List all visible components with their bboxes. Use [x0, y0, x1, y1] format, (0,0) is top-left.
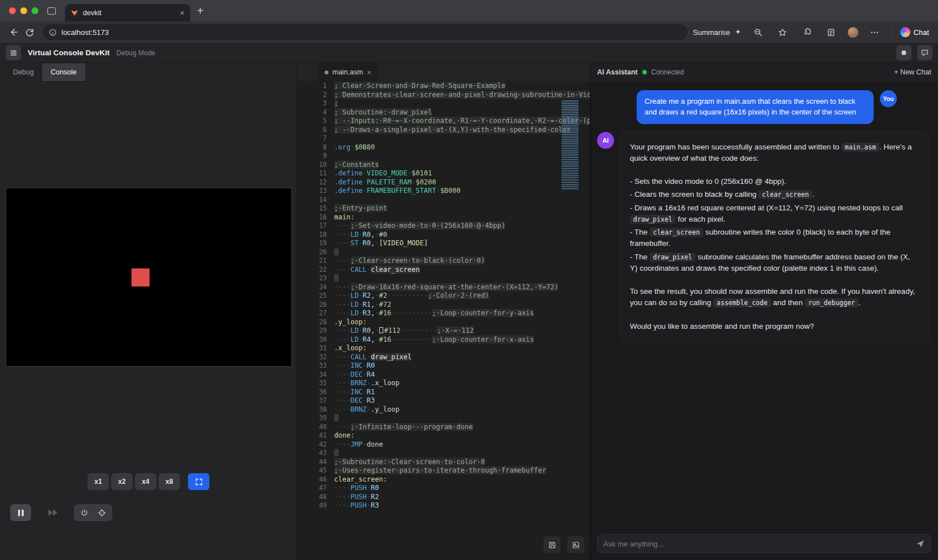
- code-line[interactable]: 41done:: [297, 431, 590, 440]
- code-line[interactable]: 40····;·Infinite·loop·-·program·done: [297, 423, 590, 432]
- code-line[interactable]: 4; Subroutine:·draw_pixel: [297, 108, 590, 117]
- code-line[interactable]: 8.org·$0B80: [297, 143, 590, 152]
- send-icon[interactable]: [915, 539, 925, 549]
- code-line[interactable]: 36····INC·R1: [297, 388, 590, 397]
- code-line[interactable]: 32····CALL·draw_pixel: [297, 353, 590, 362]
- minimize-window-button[interactable]: [20, 7, 27, 14]
- code-line[interactable]: 25····LD·R2,·#2··········;·Color·2·(red): [297, 292, 590, 301]
- pause-button[interactable]: [10, 504, 31, 521]
- save-file-button[interactable]: [543, 536, 560, 553]
- code-line[interactable]: 37····DEC·R3: [297, 396, 590, 405]
- line-number: 28: [297, 318, 327, 327]
- chat-input[interactable]: [603, 540, 911, 548]
- virtual-screen[interactable]: [6, 188, 292, 367]
- browser-tab[interactable]: devkit ×: [65, 4, 190, 21]
- extensions-icon[interactable]: [799, 24, 815, 40]
- fullscreen-button[interactable]: [188, 473, 209, 490]
- code-line[interactable]: 21····;·Clear·screen·to·black·(color·0): [297, 257, 590, 266]
- tab-debug[interactable]: Debug: [5, 63, 42, 81]
- menu-button[interactable]: [6, 45, 21, 60]
- code-line[interactable]: 46clear_screen:: [297, 475, 590, 484]
- fast-forward-button[interactable]: [48, 509, 58, 517]
- code-line[interactable]: 11.define·VIDEO_MODE·$0101: [297, 169, 590, 178]
- code-line[interactable]: 7: [297, 134, 590, 143]
- power-button[interactable]: [80, 509, 89, 517]
- code-line[interactable]: 2; Demonstrates·clear·screen·and·pixel·d…: [297, 91, 590, 100]
- favorites-star-icon[interactable]: [775, 24, 791, 40]
- zoom-x2-button[interactable]: x2: [111, 473, 133, 490]
- address-bar[interactable]: localhost:5173: [43, 24, 687, 40]
- code-line[interactable]: 47····PUSH·R0: [297, 484, 590, 493]
- code-line[interactable]: 18····LD·R0,·#0: [297, 231, 590, 240]
- ai-paragraph: - The draw_pixel subroutine calculates t…: [630, 252, 919, 275]
- profile-avatar[interactable]: [848, 27, 858, 38]
- close-window-button[interactable]: [9, 7, 16, 14]
- code-line[interactable]: 5; -·Inputs:·R0·=·X·coordinate,·R1·=·Y·c…: [297, 117, 590, 126]
- code-line[interactable]: 17····;·Set·video·mode·to·0·(256x160·@·4…: [297, 222, 590, 231]
- code-line[interactable]: 28.y_loop:: [297, 318, 590, 327]
- line-number: 2: [297, 91, 327, 100]
- reset-target-button[interactable]: [98, 509, 106, 517]
- code-line[interactable]: 13.define·FRAMEBUFFER_START·$B000: [297, 187, 590, 196]
- copilot-chat-button[interactable]: Chat: [900, 27, 929, 37]
- code-line[interactable]: 45;·Uses·register·pairs·to·iterate·throu…: [297, 466, 590, 475]
- code-line[interactable]: 1; Clear·Screen·and·Draw·Red·Square·Exam…: [297, 82, 590, 91]
- collections-icon[interactable]: [823, 24, 839, 40]
- code-line[interactable]: 22····CALL·clear_screen: [297, 266, 590, 275]
- panel-layout-button[interactable]: [896, 45, 911, 60]
- code-line[interactable]: 31.x_loop:: [297, 344, 590, 353]
- code-line[interactable]: 23: [297, 274, 590, 283]
- code-line[interactable]: 39: [297, 414, 590, 423]
- code-line[interactable]: 15;·Entry·point: [297, 204, 590, 213]
- line-number: 41: [297, 431, 327, 440]
- code-line[interactable]: 6; -·Draws·a·single·pixel·at·(X,Y)·with·…: [297, 126, 590, 135]
- code-line[interactable]: 26····LD·R1,·#72: [297, 301, 590, 310]
- more-menu-icon[interactable]: [867, 24, 883, 40]
- code-line[interactable]: 48····PUSH·R2: [297, 493, 590, 502]
- tab-console[interactable]: Console: [42, 63, 85, 81]
- new-chat-button[interactable]: + New Chat: [894, 68, 931, 76]
- minimap[interactable]: [562, 100, 578, 189]
- line-number: 33: [297, 361, 327, 371]
- code-line[interactable]: 38····BRNZ·.y_loop: [297, 405, 590, 415]
- new-tab-button[interactable]: +: [197, 5, 204, 16]
- zoom-icon[interactable]: [751, 24, 766, 40]
- zoom-x4-button[interactable]: x4: [135, 473, 156, 490]
- code-line[interactable]: 16main:: [297, 213, 590, 222]
- app-title: Virtual Console DevKit: [28, 48, 109, 57]
- code-line[interactable]: 42····JMP·done: [297, 440, 590, 449]
- code-line[interactable]: 29····LD·R0,·#112·········;·X·=·112: [297, 327, 590, 336]
- code-line[interactable]: 44;·Subroutine:·Clear·screen·to·color·0: [297, 458, 590, 467]
- back-button[interactable]: [6, 24, 21, 40]
- reload-button[interactable]: [21, 24, 37, 40]
- code-line[interactable]: 10;·Constants: [297, 161, 590, 170]
- code-line[interactable]: 43: [297, 449, 590, 458]
- window-icon[interactable]: [47, 7, 56, 15]
- site-info-icon[interactable]: [49, 28, 57, 37]
- zoom-x8-button[interactable]: x8: [159, 473, 180, 490]
- code-line[interactable]: 12.define·PALETTE_RAM·$0200: [297, 178, 590, 187]
- assistant-toggle-button[interactable]: [917, 45, 932, 60]
- code-line[interactable]: 27····LD·R3,·#16··········;·Loop·counter…: [297, 309, 590, 318]
- code-line[interactable]: 35····BRNZ·.x_loop: [297, 379, 590, 388]
- export-image-button[interactable]: [567, 536, 584, 553]
- code-line[interactable]: 34····DEC·R4: [297, 371, 590, 380]
- editor-tab-close-icon[interactable]: ×: [367, 68, 371, 77]
- fullscreen-window-button[interactable]: [32, 7, 38, 14]
- line-number: 49: [297, 501, 327, 510]
- summarise-button[interactable]: Summarise: [693, 28, 742, 37]
- code-line[interactable]: 19····ST·R0,·[VIDEO_MODE]: [297, 239, 590, 248]
- code-line[interactable]: 33····INC·R0: [297, 361, 590, 371]
- emulator-controls: [10, 504, 112, 521]
- code-line[interactable]: 20: [297, 248, 590, 257]
- code-line[interactable]: 9: [297, 152, 590, 161]
- code-line[interactable]: 3;: [297, 99, 590, 108]
- code-line[interactable]: 30····LD·R4,·#16··········;·Loop·counter…: [297, 336, 590, 345]
- code-line[interactable]: 49····PUSH·R3: [297, 501, 590, 510]
- editor-tab-main-asm[interactable]: main.asm ×: [318, 63, 378, 81]
- tab-close-icon[interactable]: ×: [180, 8, 185, 17]
- code-line[interactable]: 14: [297, 196, 590, 205]
- code-editor[interactable]: 1; Clear·Screen·and·Draw·Red·Square·Exam…: [297, 82, 590, 525]
- code-line[interactable]: 24····;·Draw·16x16·red·square·at·the·cen…: [297, 283, 590, 292]
- zoom-x1-button[interactable]: x1: [87, 473, 109, 490]
